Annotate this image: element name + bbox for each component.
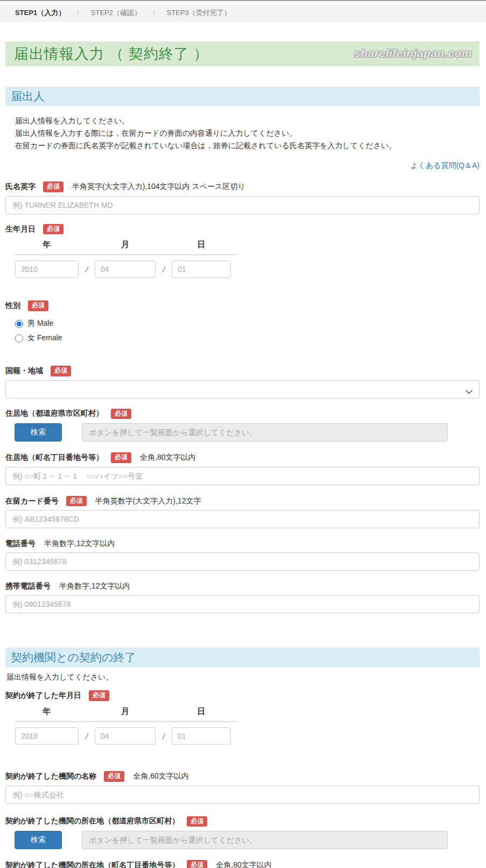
month-header: 月 <box>95 706 156 717</box>
breadcrumb-step3: STEP3（受付完了） <box>167 8 231 18</box>
day-header: 日 <box>172 706 231 717</box>
field-birthdate: 生年月日 必須 年 月 日 / / <box>5 224 480 278</box>
field-label: 電話番号 <box>5 539 36 549</box>
address-search-button[interactable]: 検索 <box>15 423 62 442</box>
field-label: 性別 <box>5 301 20 311</box>
field-label: 生年月日 <box>5 225 36 234</box>
gender-female-radio[interactable] <box>15 334 23 342</box>
birth-month-input[interactable] <box>95 261 156 278</box>
spacer <box>79 240 95 250</box>
field-hint: 全角,80文字以内 <box>140 453 195 463</box>
contract-instruction: 届出情報を入力してください。 <box>6 673 480 682</box>
field-nationality: 国籍・地域 必須 <box>5 366 480 398</box>
field-label: 国籍・地域 <box>5 366 43 376</box>
label-row: 携帯電話番号 半角数字,12文字以内 <box>5 582 480 591</box>
field-label: 住居地（都道府県市区町村） <box>5 409 103 418</box>
field-gender: 性別 必須 男 Male 女 Female <box>5 300 480 343</box>
field-org-prefecture: 契約が終了した機関の所在地（都道府県市区町村） 必須 検索 <box>5 816 480 850</box>
label-row: 住居地（都道府県市区町村） 必須 <box>5 409 480 419</box>
mobile-input[interactable] <box>5 595 480 613</box>
date-header-row: 年 月 日 <box>15 240 237 255</box>
address-prefecture-display <box>82 423 448 442</box>
birth-day-input[interactable] <box>172 261 231 278</box>
page-title-bar: 届出情報入力 （ 契約終了 ） sharelifeinjapan.com <box>5 41 480 66</box>
field-label: 氏名英字 <box>5 182 36 192</box>
label-row: 住居地（町名丁目番地号等） 必須 全角,80文字以内 <box>5 452 480 463</box>
label-row: 在留カード番号 必須 半角英数字(大文字入力),12文字 <box>5 496 480 507</box>
field-label: 携帯電話番号 <box>5 582 51 591</box>
residence-card-input[interactable] <box>5 510 480 528</box>
field-label: 契約が終了した機関の名称 <box>5 772 96 781</box>
address-detail-input[interactable] <box>5 467 480 485</box>
org-search-button[interactable]: 検索 <box>15 831 62 849</box>
org-prefecture-display <box>82 831 448 849</box>
required-badge: 必須 <box>51 366 71 376</box>
field-contract-end-date: 契約が終了した年月日 必須 年 月 日 / / <box>5 690 480 745</box>
org-search-row: 検索 <box>5 831 480 849</box>
chevron-down-icon <box>466 387 473 396</box>
field-address-detail: 住居地（町名丁目番地号等） 必須 全角,80文字以内 <box>5 452 480 485</box>
month-header: 月 <box>95 240 156 250</box>
date-separator: / <box>156 732 172 741</box>
date-separator: / <box>156 265 172 274</box>
instruction-line: 在留カードの券面に氏名英字が記載されていない場合は，旅券に記載されている氏名英字… <box>15 139 480 152</box>
field-phone: 電話番号 半角数字,12文字以内 <box>5 539 480 571</box>
gender-radio-group: 男 Male 女 Female <box>15 319 480 343</box>
phone-input[interactable] <box>5 552 480 571</box>
applicant-instructions: 届出人情報を入力してください。 届出人情報を入力する際には，在留カードの券面の内… <box>15 115 480 152</box>
required-badge: 必須 <box>28 300 48 311</box>
birth-year-input[interactable] <box>15 261 79 278</box>
gender-female-option[interactable]: 女 Female <box>15 333 480 343</box>
contract-end-day-input[interactable] <box>172 727 231 745</box>
label-row: 性別 必須 <box>5 300 480 311</box>
year-header: 年 <box>15 706 79 717</box>
address-search-row: 検索 <box>5 423 480 442</box>
field-label: 契約が終了した機関の所在地（都道府県市区町村） <box>5 816 179 826</box>
required-badge: 必須 <box>89 690 109 701</box>
required-badge: 必須 <box>111 452 131 463</box>
date-header-row: 年 月 日 <box>15 706 237 722</box>
section-header-contract: 契約機関との契約の終了 <box>5 648 480 667</box>
faq-link[interactable]: よくある質問(Q＆A) <box>410 161 480 170</box>
contract-end-month-input[interactable] <box>95 727 156 745</box>
instruction-line: 届出人情報を入力する際には，在留カードの券面の内容通りに入力してください。 <box>15 127 480 139</box>
required-badge: 必須 <box>43 224 64 235</box>
nationality-select[interactable] <box>5 380 480 398</box>
faq-row: よくある質問(Q＆A) <box>5 160 480 171</box>
field-hint: 半角英字(大文字入力),104文字以内 スペース区切り <box>72 182 245 192</box>
org-name-input[interactable] <box>5 786 480 804</box>
spacer <box>156 706 172 717</box>
contract-end-date-group: 年 月 日 / / <box>15 706 237 745</box>
date-separator: / <box>79 732 95 741</box>
field-label: 契約が終了した年月日 <box>5 691 81 701</box>
gender-female-label: 女 Female <box>27 333 62 343</box>
instruction-line: 届出人情報を入力してください。 <box>15 115 480 127</box>
field-hint: 半角数字,12文字以内 <box>44 539 115 549</box>
breadcrumb-separator: / <box>77 9 79 17</box>
required-badge: 必須 <box>66 496 87 507</box>
required-badge: 必須 <box>43 181 64 192</box>
date-separator: / <box>79 265 95 274</box>
gender-male-option[interactable]: 男 Male <box>15 319 480 328</box>
gender-male-radio[interactable] <box>15 320 23 328</box>
required-badge: 必須 <box>187 816 207 827</box>
breadcrumb-step2: STEP2（確認） <box>91 8 141 18</box>
breadcrumb-step1: STEP1（入力） <box>15 8 65 18</box>
field-hint: 半角英数字(大文字入力),12文字 <box>95 496 201 506</box>
birthdate-group: 年 月 日 / / <box>15 240 237 278</box>
year-header: 年 <box>15 240 79 250</box>
required-badge: 必須 <box>187 860 207 868</box>
field-mobile: 携帯電話番号 半角数字,12文字以内 <box>5 582 480 613</box>
contract-end-year-input[interactable] <box>15 727 79 745</box>
breadcrumb: STEP1（入力） / STEP2（確認） / STEP3（受付完了） <box>0 4 486 22</box>
page-title: 届出情報入力 （ 契約終了 ） <box>14 44 209 64</box>
breadcrumb-separator: / <box>153 9 155 17</box>
required-badge: 必須 <box>104 771 124 782</box>
name-english-input[interactable] <box>5 196 480 214</box>
label-row: 生年月日 必須 <box>5 224 480 235</box>
field-org-detail: 契約が終了した機関の所在地（町名丁目番地号等） 必須 全角,80文字以内 <box>5 860 480 868</box>
label-row: 契約が終了した機関の所在地（町名丁目番地号等） 必須 全角,80文字以内 <box>5 860 480 868</box>
label-row: 契約が終了した機関の名称 必須 全角,60文字以内 <box>5 771 480 782</box>
label-row: 電話番号 半角数字,12文字以内 <box>5 539 480 549</box>
label-row: 契約が終了した年月日 必須 <box>5 690 480 701</box>
